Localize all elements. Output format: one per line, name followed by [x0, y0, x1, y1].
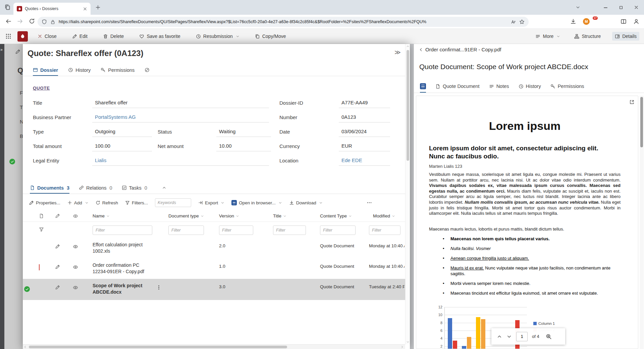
- column-header-version[interactable]: Version: [219, 213, 239, 218]
- edit-column-icon[interactable]: [55, 213, 60, 218]
- open-in-browser-button[interactable]: Open in browser...: [231, 200, 282, 205]
- app-launcher-waffle-icon[interactable]: [5, 33, 11, 39]
- edit-pencil-icon[interactable]: [55, 285, 60, 290]
- filter-input-modified[interactable]: [369, 226, 400, 235]
- filter-funnel-icon[interactable]: [39, 227, 44, 232]
- scroll-up-icon[interactable]: [406, 45, 410, 48]
- dialog-horizontal-scrollbar[interactable]: [23, 344, 405, 349]
- tab-permissions[interactable]: Permissions: [550, 81, 584, 93]
- preview-eye-icon[interactable]: [73, 264, 78, 270]
- table-row[interactable]: Effort calculation project 1002.xls 2.0 …: [23, 238, 405, 258]
- file-type-column-icon[interactable]: [39, 213, 44, 218]
- dialog-vertical-scrollbar[interactable]: [405, 44, 410, 344]
- collapse-section-icon[interactable]: [162, 183, 166, 194]
- tab-dossier[interactable]: Dossier: [33, 65, 58, 76]
- collapse-panel-icon[interactable]: ≫: [394, 49, 401, 56]
- tab-relations[interactable]: Relations0: [79, 183, 112, 194]
- add-button[interactable]: Add: [67, 200, 89, 205]
- tab-history[interactable]: History: [519, 81, 541, 93]
- filter-input-content-type[interactable]: [320, 226, 356, 235]
- filter-input-version[interactable]: [219, 226, 253, 235]
- edit-button[interactable]: Edit: [69, 32, 90, 41]
- preview-vertical-scrollbar[interactable]: [640, 96, 644, 349]
- expand-nav-icon[interactable]: »: [0, 47, 3, 52]
- save-favorite-button[interactable]: Save as favorite: [137, 32, 183, 41]
- more-button[interactable]: More: [533, 32, 563, 41]
- preview-column-icon[interactable]: [73, 213, 78, 219]
- tab-notes[interactable]: Notes: [489, 81, 509, 93]
- filters-button[interactable]: Filters...: [125, 200, 148, 205]
- forward-icon[interactable]: [17, 18, 23, 24]
- back-icon[interactable]: [5, 18, 12, 24]
- translate-icon[interactable]: [511, 19, 516, 24]
- table-row-selected[interactable]: Scope of Work project ABCDE.docx 3.0 Quo…: [23, 279, 405, 300]
- scroll-down-icon[interactable]: [406, 340, 410, 344]
- details-button[interactable]: Details: [612, 32, 639, 41]
- scroll-thumb[interactable]: [29, 346, 287, 348]
- keywords-input[interactable]: [155, 198, 191, 207]
- tab-permissions[interactable]: Permissions: [101, 65, 135, 76]
- tab-document-preview[interactable]: [420, 81, 426, 93]
- minimize-button[interactable]: [598, 0, 613, 15]
- document-name[interactable]: Effort calculation project 1002.xls: [93, 242, 152, 254]
- properties-button[interactable]: Properties...: [29, 200, 60, 205]
- delete-button[interactable]: Delete: [100, 32, 126, 41]
- row-selected-check-icon[interactable]: [24, 286, 30, 292]
- lock-icon[interactable]: [50, 19, 55, 24]
- refresh-icon[interactable]: [29, 18, 35, 24]
- scroll-thumb[interactable]: [640, 97, 643, 147]
- close-button[interactable]: Close: [35, 32, 59, 41]
- tab-list-chevron-icon[interactable]: [576, 5, 580, 10]
- column-header-title[interactable]: Title: [273, 213, 286, 218]
- download-button[interactable]: Download: [289, 200, 323, 205]
- edit-pencil-icon[interactable]: [55, 264, 60, 269]
- table-row[interactable]: Order confirmation PC 12234-091ER - Copy…: [23, 258, 405, 279]
- tab-history[interactable]: History: [68, 65, 91, 76]
- legal-entity-link[interactable]: Lialis: [92, 155, 269, 166]
- resubmission-button[interactable]: Resubmission: [193, 32, 242, 41]
- column-header-document-type[interactable]: Document type: [168, 213, 204, 218]
- m-avatar-icon[interactable]: M: [583, 18, 590, 25]
- url-text[interactable]: https://lialis.sharepoint.com/sites/Shar…: [59, 19, 507, 24]
- page-up-icon[interactable]: [497, 334, 502, 339]
- previous-document-label[interactable]: Order confirmat...91ER - Copy.pdf: [425, 47, 501, 52]
- section-heading-quote[interactable]: QUOTE: [33, 86, 50, 91]
- document-name[interactable]: Scope of Work project ABCDE.docx: [93, 283, 152, 295]
- refresh-button[interactable]: Refresh: [96, 200, 118, 205]
- column-header-name[interactable]: Name: [93, 213, 110, 218]
- split-screen-icon[interactable]: [621, 18, 627, 24]
- page-number-input[interactable]: [516, 332, 528, 341]
- scroll-left-icon[interactable]: [23, 345, 27, 349]
- preview-eye-icon[interactable]: [73, 285, 78, 290]
- filter-input-name[interactable]: [93, 226, 152, 235]
- column-header-content-type[interactable]: Content Type: [320, 213, 352, 218]
- scroll-right-icon[interactable]: [400, 345, 404, 349]
- more-options-icon[interactable]: [367, 200, 372, 205]
- page-down-icon[interactable]: [506, 334, 512, 339]
- new-tab-button[interactable]: [95, 5, 101, 10]
- edit-pencil-icon[interactable]: [55, 244, 60, 249]
- column-header-modified[interactable]: Modified: [373, 213, 395, 218]
- tab-tasks[interactable]: Tasks0: [122, 183, 147, 194]
- profile-icon[interactable]: [633, 18, 639, 24]
- filter-input-title[interactable]: [273, 226, 306, 235]
- tracking-shield-icon[interactable]: [42, 19, 47, 24]
- document-name[interactable]: Order confirmation PC 12234-091ER - Copy…: [93, 262, 152, 275]
- window-close-button[interactable]: [629, 0, 644, 15]
- browser-tab[interactable]: Quotes › Dossiers: [13, 3, 91, 15]
- row-kebab-menu-icon[interactable]: [156, 285, 161, 290]
- copy-move-button[interactable]: Copy/Move: [252, 32, 289, 41]
- workspaces-icon[interactable]: [4, 4, 11, 10]
- tab-quote-document[interactable]: Quote Document: [435, 81, 480, 93]
- business-partner-link[interactable]: PortalSystems AG: [92, 112, 269, 122]
- structure-button[interactable]: Structure: [572, 32, 603, 41]
- preview-back-row[interactable]: Order confirmat...91ER - Copy.pdf: [419, 47, 501, 52]
- zoom-icon[interactable]: [546, 334, 552, 340]
- shareflex-logo[interactable]: [17, 31, 28, 42]
- collapsed-nav-rail[interactable]: »: [0, 44, 4, 349]
- maximize-button[interactable]: [613, 0, 629, 15]
- popout-icon[interactable]: [629, 99, 635, 105]
- scroll-thumb[interactable]: [407, 50, 409, 161]
- location-link[interactable]: Ede EDE: [339, 155, 390, 166]
- preview-eye-icon[interactable]: [73, 244, 78, 249]
